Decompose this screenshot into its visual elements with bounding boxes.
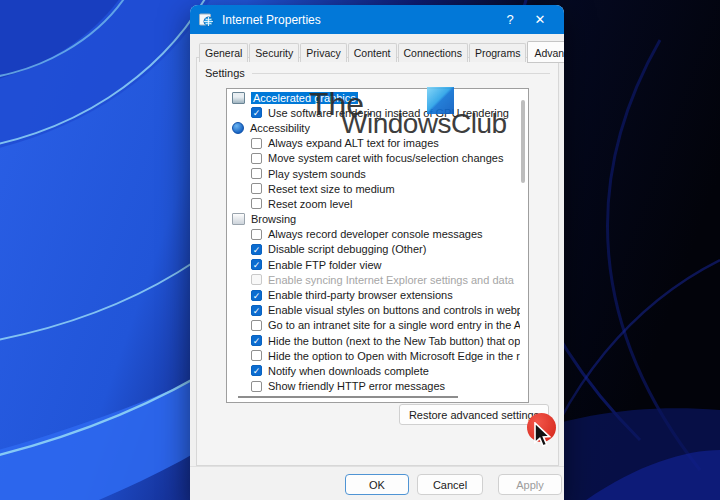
checkbox-label: Hide the option to Open with Microsoft E… — [268, 350, 520, 362]
checkbox-checked-icon[interactable]: ✓ — [251, 290, 262, 301]
checkbox-unchecked-icon[interactable] — [251, 138, 262, 149]
advanced-settings-list[interactable]: Accelerated graphics✓Use software render… — [226, 88, 529, 403]
tree-checkbox-row[interactable]: ✓Enable third-party browser extensions — [227, 287, 520, 302]
checkbox-label: Use software rendering instead of GPU re… — [268, 107, 509, 119]
checkbox-checked-icon[interactable]: ✓ — [251, 107, 262, 118]
checkbox-checked-icon[interactable]: ✓ — [251, 335, 262, 346]
browsing-icon — [232, 213, 245, 225]
dialog-title: Internet Properties — [222, 13, 495, 27]
checkbox-unchecked-icon[interactable] — [251, 198, 262, 209]
checkbox-checked-icon[interactable]: ✓ — [251, 244, 262, 255]
apply-button[interactable]: Apply — [498, 474, 562, 495]
tab-advanced[interactable]: Advanced — [527, 41, 564, 63]
dialog-footer: OK Cancel Apply — [190, 466, 564, 500]
tab-security[interactable]: Security — [249, 43, 299, 62]
graphics-monitor-icon — [232, 92, 245, 104]
advanced-tab-page: Settings Accelerated graphics✓Use softwa… — [196, 57, 559, 466]
checkbox-label: Show friendly HTTP error messages — [268, 380, 445, 392]
tree-checkbox-row[interactable]: Always record developer console messages — [227, 227, 520, 242]
checkbox-label: Move system caret with focus/selection c… — [268, 152, 503, 164]
tab-strip: GeneralSecurityPrivacyContentConnections… — [199, 39, 564, 62]
tree-checkbox-row[interactable]: Reset text size to medium — [227, 181, 520, 196]
tree-checkbox-row[interactable]: Play system sounds — [227, 166, 520, 181]
checkbox-label: Play system sounds — [268, 168, 366, 180]
checkbox-checked-icon[interactable]: ✓ — [251, 365, 262, 376]
internet-properties-dialog: Internet Properties ? ✕ GeneralSecurityP… — [190, 5, 564, 500]
checkbox-label: Enable third-party browser extensions — [268, 289, 453, 301]
tree-checkbox-row[interactable]: ✓Enable FTP folder view — [227, 257, 520, 272]
arrow-cursor-icon — [533, 422, 553, 450]
checkbox-unchecked-icon[interactable] — [251, 168, 262, 179]
tree-checkbox-row[interactable]: ✓Enable visual styles on buttons and con… — [227, 303, 520, 318]
checkbox-label: Go to an intranet site for a single word… — [268, 319, 520, 331]
section-label: Accessibility — [250, 122, 310, 134]
horizontal-scrollbar-thumb[interactable] — [238, 396, 458, 398]
settings-group-label: Settings — [205, 67, 245, 79]
tab-privacy[interactable]: Privacy — [300, 43, 346, 62]
vertical-scrollbar-thumb[interactable] — [521, 100, 525, 183]
tree-section-row[interactable]: Accelerated graphics — [227, 90, 520, 105]
section-label: Browsing — [251, 213, 296, 225]
tree-checkbox-row[interactable]: Reset zoom level — [227, 196, 520, 211]
settings-group: Settings — [205, 67, 550, 79]
checkbox-label: Always record developer console messages — [268, 228, 483, 240]
cancel-button[interactable]: Cancel — [417, 474, 483, 495]
checkbox-label: Notify when downloads complete — [268, 365, 429, 377]
dialog-titlebar[interactable]: Internet Properties ? ✕ — [190, 5, 564, 34]
checkbox-label: Enable syncing Internet Explorer setting… — [268, 274, 514, 286]
tree-checkbox-row[interactable]: Go to an intranet site for a single word… — [227, 318, 520, 333]
tab-connections[interactable]: Connections — [398, 43, 468, 62]
tree-section-row[interactable]: Browsing — [227, 212, 520, 227]
tree-checkbox-row[interactable]: ✓Use software rendering instead of GPU r… — [227, 105, 520, 120]
tree-checkbox-row[interactable]: Hide the option to Open with Microsoft E… — [227, 348, 520, 363]
checkbox-unchecked-icon[interactable] — [251, 350, 262, 361]
checkbox-label: Hide the button (next to the New Tab but… — [268, 335, 520, 347]
checkbox-unchecked-icon[interactable] — [251, 320, 262, 331]
tab-content[interactable]: Content — [348, 43, 397, 62]
tree-checkbox-row[interactable]: ✓Hide the button (next to the New Tab bu… — [227, 333, 520, 348]
settings-group-line — [252, 73, 550, 74]
checkbox-checked-icon[interactable]: ✓ — [251, 305, 262, 316]
tree-section-row[interactable]: Accessibility — [227, 120, 520, 135]
internet-properties-icon — [199, 13, 214, 27]
close-button[interactable]: ✕ — [525, 12, 555, 27]
checkbox-label: Enable FTP folder view — [268, 259, 382, 271]
desktop: Internet Properties ? ✕ GeneralSecurityP… — [0, 0, 720, 500]
tab-programs[interactable]: Programs — [469, 43, 527, 62]
tree-checkbox-row[interactable]: ✓Notify when downloads complete — [227, 363, 520, 378]
tree-checkbox-row[interactable]: Always expand ALT text for images — [227, 136, 520, 151]
checkbox-unchecked-icon[interactable] — [251, 153, 262, 164]
help-button[interactable]: ? — [495, 12, 525, 27]
tree-checkbox-row[interactable]: Show friendly HTTP error messages — [227, 379, 520, 394]
checkbox-label: Enable visual styles on buttons and cont… — [268, 304, 520, 316]
checkbox-label: Reset text size to medium — [268, 183, 395, 195]
checkbox-unchecked-icon[interactable] — [251, 229, 262, 240]
accessibility-icon — [232, 122, 244, 134]
checkbox-label: Reset zoom level — [268, 198, 352, 210]
tab-general[interactable]: General — [199, 43, 248, 62]
checkbox-unchecked-icon[interactable] — [251, 381, 262, 392]
checkbox-label: Disable script debugging (Other) — [268, 243, 426, 255]
checkbox-checked-icon[interactable]: ✓ — [251, 259, 262, 270]
checkbox-disabled-icon[interactable] — [251, 274, 262, 285]
tree-checkbox-row[interactable]: Move system caret with focus/selection c… — [227, 151, 520, 166]
section-label: Accelerated graphics — [251, 92, 358, 104]
tree-checkbox-row[interactable]: ✓Disable script debugging (Other) — [227, 242, 520, 257]
tree-checkbox-row[interactable]: Enable syncing Internet Explorer setting… — [227, 272, 520, 287]
checkbox-unchecked-icon[interactable] — [251, 183, 262, 194]
restore-advanced-settings-button[interactable]: Restore advanced settings — [399, 404, 549, 425]
ok-button[interactable]: OK — [345, 474, 409, 495]
checkbox-label: Always expand ALT text for images — [268, 137, 439, 149]
